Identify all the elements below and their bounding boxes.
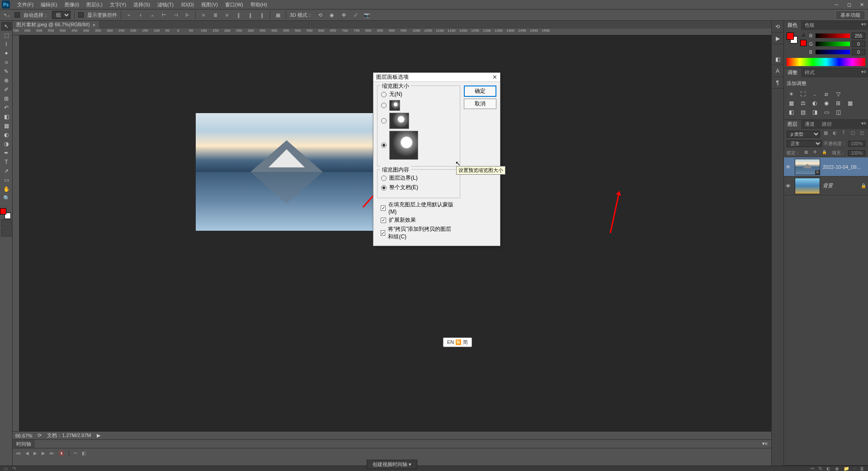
status-play-icon[interactable]: ▶: [97, 433, 100, 438]
g-slider[interactable]: [816, 42, 850, 46]
bs-new-icon[interactable]: ▫: [854, 466, 855, 471]
adj-panel-menu-icon[interactable]: ▾≡: [859, 68, 868, 77]
align-hcenter-icon[interactable]: ⊣: [172, 11, 180, 19]
menu-view[interactable]: 视图(V): [198, 1, 222, 8]
tab-color[interactable]: 颜色: [784, 21, 801, 30]
adj-bw-icon[interactable]: ◐: [810, 99, 819, 108]
radio-none[interactable]: 无(N): [381, 90, 456, 98]
foreground-color[interactable]: [0, 208, 6, 214]
timeline-scissors-icon[interactable]: ✂: [74, 451, 77, 456]
gamut-warning-icon[interactable]: ⚠: [800, 33, 807, 39]
layer-name[interactable]: 背景: [823, 182, 858, 189]
filter-shape-icon[interactable]: ▢: [849, 130, 856, 138]
menu-file[interactable]: 文件(F): [14, 1, 37, 8]
timeline-tab[interactable]: 时间轴: [13, 440, 35, 448]
timeline-first-icon[interactable]: ⏮: [16, 451, 21, 456]
color-swatch[interactable]: [0, 208, 11, 219]
color-spectrum[interactable]: [787, 58, 865, 66]
panel-color-swatch[interactable]: [787, 33, 797, 43]
auto-select-check[interactable]: [14, 12, 20, 18]
radio-medium[interactable]: [381, 113, 456, 129]
timeline-collapse-icon[interactable]: ▾≡: [759, 440, 771, 448]
align-vcenter-icon[interactable]: ⫞: [137, 11, 145, 19]
bs-link-icon[interactable]: ⚯: [811, 466, 814, 471]
dist-top-icon[interactable]: ≡: [199, 11, 208, 19]
adj-invert-icon[interactable]: ◧: [787, 108, 796, 117]
adj-levels-icon[interactable]: ⛶: [798, 90, 807, 99]
bs-adj-icon[interactable]: ◉: [835, 466, 839, 471]
tool-history[interactable]: ↶: [1, 103, 12, 112]
dist-right-icon[interactable]: ‖: [258, 11, 266, 19]
adj-posterize-icon[interactable]: ▤: [798, 108, 807, 117]
zoom-level[interactable]: 66.67%: [15, 433, 32, 438]
tool-text[interactable]: T: [1, 157, 12, 167]
3d-slide-icon[interactable]: ⤢: [351, 11, 359, 19]
check-default-mask[interactable]: 在填充图层上使用默认蒙版(M): [381, 201, 457, 215]
tool-dodge[interactable]: ◑: [1, 139, 12, 148]
tool-brush[interactable]: ✐: [1, 85, 12, 94]
tool-wand[interactable]: ✦: [1, 49, 12, 58]
layers-panel-menu-icon[interactable]: ▾≡: [859, 120, 868, 129]
3d-zoom-icon[interactable]: 📷: [363, 11, 371, 19]
bs-fx-icon[interactable]: fx: [819, 466, 822, 471]
align-left-icon[interactable]: ⊢: [160, 11, 168, 19]
adj-lut-icon[interactable]: ▦: [845, 99, 854, 108]
auto-align-icon[interactable]: ▦: [274, 11, 282, 19]
filter-kind[interactable]: ρ 类型: [787, 131, 820, 138]
menu-filter[interactable]: 滤镜(T): [154, 1, 177, 8]
3d-pan-icon[interactable]: ✥: [340, 11, 348, 19]
tab-layers[interactable]: 图层: [784, 120, 801, 129]
show-transform-check[interactable]: [78, 12, 84, 18]
dock-paragraph-icon[interactable]: ¶: [772, 77, 783, 89]
b-slider[interactable]: [816, 50, 850, 54]
b-value[interactable]: [852, 49, 865, 55]
align-bottom-icon[interactable]: ⫠: [148, 11, 156, 19]
filter-adj-icon[interactable]: ◐: [831, 130, 838, 138]
lock-pixels-icon[interactable]: ▦: [803, 150, 809, 156]
dock-actions-icon[interactable]: ▶: [772, 33, 783, 44]
tool-path[interactable]: ↗: [1, 167, 12, 176]
radio-small[interactable]: [381, 100, 456, 111]
dist-hcenter-icon[interactable]: ‖: [246, 11, 255, 19]
tool-eyedropper[interactable]: ✎: [1, 67, 12, 76]
lock-position-icon[interactable]: ✥: [812, 150, 818, 156]
adj-threshold-icon[interactable]: ◨: [810, 108, 819, 117]
timeline-mute-icon[interactable]: 🔇: [59, 451, 64, 456]
tool-pen[interactable]: ✒: [1, 148, 12, 157]
timeline-play-icon[interactable]: ▶: [33, 451, 37, 456]
window-maximize[interactable]: ◻: [843, 0, 855, 9]
visibility-icon[interactable]: 👁: [786, 164, 792, 170]
tool-lasso[interactable]: ⌇: [1, 40, 12, 49]
tool-hand[interactable]: ✋: [1, 185, 12, 194]
adj-curves-icon[interactable]: ⦧: [810, 90, 819, 99]
document-tab[interactable]: 图片素材.jpeg @ 66.7%(RGB/8#) ×: [13, 21, 99, 29]
layer-row[interactable]: 👁 背景 🔒: [784, 176, 868, 195]
align-right-icon[interactable]: ⊩: [184, 11, 192, 19]
screen-mode[interactable]: [1, 228, 12, 237]
tab-swatches[interactable]: 色板: [801, 21, 818, 30]
status-arrow-icon[interactable]: ⟳: [38, 433, 42, 438]
blend-mode[interactable]: 正常: [787, 140, 822, 147]
tab-channels[interactable]: 通道: [801, 120, 818, 129]
dist-vcenter-icon[interactable]: ≣: [211, 11, 219, 19]
tool-marquee[interactable]: ⬚: [1, 31, 12, 40]
timeline-prev-icon[interactable]: ◀: [25, 451, 29, 456]
create-timeline-button[interactable]: 创建视频时间轴 ▾: [367, 460, 417, 469]
layer-thumbnail[interactable]: ⎘: [795, 159, 820, 175]
bs-folder-icon[interactable]: 📁: [844, 466, 849, 471]
g-value[interactable]: [852, 41, 865, 47]
adj-vibrance-icon[interactable]: ▽: [834, 90, 843, 99]
radio-bounds[interactable]: 图层边界(L): [381, 174, 456, 182]
adj-selective-icon[interactable]: ◫: [834, 108, 843, 117]
align-top-icon[interactable]: ⫟: [125, 11, 133, 19]
dialog-close-icon[interactable]: ✕: [492, 74, 497, 81]
layer-name[interactable]: 2022-10-04_09...: [823, 164, 866, 170]
bs-icon-1[interactable]: ▭: [4, 466, 8, 471]
opacity-value[interactable]: [848, 141, 865, 147]
menu-type[interactable]: 文字(Y): [106, 1, 130, 8]
layer-row[interactable]: 👁 ⎘ 2022-10-04_09...: [784, 157, 868, 176]
fill-value[interactable]: [848, 150, 865, 156]
menu-window[interactable]: 窗口(W): [222, 1, 247, 8]
tool-eraser[interactable]: ◧: [1, 112, 12, 121]
tab-adjustments[interactable]: 调整: [784, 68, 801, 77]
